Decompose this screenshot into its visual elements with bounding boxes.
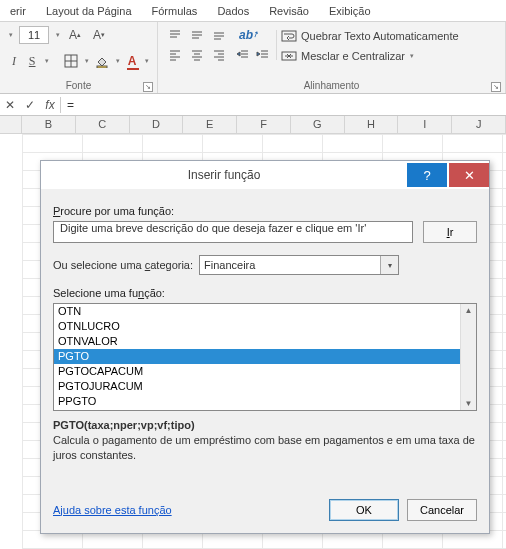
help-button[interactable]: ? xyxy=(407,163,447,187)
align-left-icon[interactable] xyxy=(166,46,184,64)
tab-item[interactable]: Dados xyxy=(207,0,259,22)
list-item[interactable]: OTN xyxy=(54,304,460,319)
merge-center-label: Mesclar e Centralizar xyxy=(301,50,405,62)
function-listbox[interactable]: OTNOTNLUCROOTNVALORPGTOPGTOCAPACUMPGTOJU… xyxy=(53,303,477,411)
search-label: Procure por uma função: xyxy=(53,205,477,217)
fill-color-dropdown[interactable]: ▾ xyxy=(116,57,120,65)
col-header[interactable]: G xyxy=(291,116,345,133)
tab-item[interactable]: Revisão xyxy=(259,0,319,22)
align-right-icon[interactable] xyxy=(210,46,228,64)
borders-icon[interactable] xyxy=(64,52,78,70)
wrap-text-button[interactable]: Quebrar Texto Automaticamente xyxy=(281,28,459,44)
align-top-icon[interactable] xyxy=(166,26,184,44)
column-headers: B C D E F G H I J xyxy=(0,116,506,134)
alignment-grid xyxy=(166,26,228,64)
font-color-icon[interactable]: A xyxy=(126,52,138,70)
tab-item[interactable]: Fórmulas xyxy=(142,0,208,22)
list-item[interactable]: PGTOCAPACUM xyxy=(54,364,460,379)
formula-cancel-icon[interactable]: ✕ xyxy=(0,98,20,112)
underline-dropdown[interactable]: ▾ xyxy=(45,57,49,65)
ribbon-tabs: erir Layout da Página Fórmulas Dados Rev… xyxy=(0,0,506,22)
col-header[interactable]: H xyxy=(345,116,399,133)
tab-item[interactable]: Layout da Página xyxy=(36,0,142,22)
wrap-text-label: Quebrar Texto Automaticamente xyxy=(301,30,459,42)
tab-item[interactable]: erir xyxy=(0,0,36,22)
chevron-down-icon[interactable]: ▾ xyxy=(380,256,398,274)
col-header[interactable]: F xyxy=(237,116,291,133)
font-color-dropdown[interactable]: ▾ xyxy=(145,57,149,65)
close-button[interactable]: ✕ xyxy=(449,163,489,187)
scroll-down-icon[interactable]: ▼ xyxy=(465,397,473,410)
scroll-up-icon[interactable]: ▲ xyxy=(465,304,473,317)
col-header[interactable]: D xyxy=(130,116,184,133)
merge-center-button[interactable]: Mesclar e Centralizar ▾ xyxy=(281,48,459,64)
group-label-font: Fonte ↘ xyxy=(8,80,149,91)
font-family-dropdown[interactable]: ▾ xyxy=(9,31,13,39)
increase-font-icon[interactable]: A▴ xyxy=(66,26,84,44)
select-function-label: Selecione uma função: xyxy=(53,287,477,299)
tab-item[interactable]: Exibição xyxy=(319,0,381,22)
insert-function-dialog: Inserir função ? ✕ Procure por uma funçã… xyxy=(40,160,490,534)
go-button[interactable]: Ir xyxy=(423,221,477,243)
help-link[interactable]: Ajuda sobre esta função xyxy=(53,504,172,516)
ok-button[interactable]: OK xyxy=(329,499,399,521)
merge-dropdown[interactable]: ▾ xyxy=(410,52,414,60)
underline-icon[interactable]: S xyxy=(26,52,38,70)
list-item[interactable]: PPGTO xyxy=(54,394,460,409)
col-header[interactable]: I xyxy=(398,116,452,133)
list-item[interactable]: OTNVALOR xyxy=(54,334,460,349)
fill-color-icon[interactable] xyxy=(95,52,109,70)
align-middle-icon[interactable] xyxy=(188,26,206,44)
formula-input[interactable]: = xyxy=(61,98,506,112)
svg-rect-3 xyxy=(97,66,107,68)
category-label: Ou selecione uma categoria: xyxy=(53,259,193,271)
font-size-input[interactable]: 11 xyxy=(19,26,49,44)
scrollbar[interactable]: ▲▼ xyxy=(460,304,476,410)
group-label-alignment: Alinhamento ↘ xyxy=(166,80,497,91)
list-item[interactable]: PGTOJURACUM xyxy=(54,379,460,394)
font-size-dropdown[interactable]: ▾ xyxy=(56,31,60,39)
increase-indent-icon[interactable] xyxy=(254,46,272,64)
borders-dropdown[interactable]: ▾ xyxy=(85,57,89,65)
align-bottom-icon[interactable] xyxy=(210,26,228,44)
category-select[interactable]: Financeira ▾ xyxy=(199,255,399,275)
group-font: ▾ 11 ▾ A▴ A▾ I S ▾ ▾ ▾ A ▾ Fonte xyxy=(0,22,158,93)
orientation-icon[interactable]: ab↗ xyxy=(240,26,258,44)
decrease-indent-icon[interactable] xyxy=(234,46,252,64)
italic-icon[interactable]: I xyxy=(8,52,20,70)
category-value: Financeira xyxy=(204,259,255,271)
align-center-icon[interactable] xyxy=(188,46,206,64)
formula-enter-icon[interactable]: ✓ xyxy=(20,98,40,112)
search-input[interactable]: Digite uma breve descrição do que deseja… xyxy=(53,221,413,243)
list-item[interactable]: OTNLUCRO xyxy=(54,319,460,334)
font-dialog-launcher-icon[interactable]: ↘ xyxy=(143,82,153,92)
function-description: Calcula o pagamento de um empréstimo com… xyxy=(53,433,477,463)
dialog-titlebar[interactable]: Inserir função ? ✕ xyxy=(41,161,489,189)
ribbon: ▾ 11 ▾ A▴ A▾ I S ▾ ▾ ▾ A ▾ Fonte xyxy=(0,22,506,94)
alignment-dialog-launcher-icon[interactable]: ↘ xyxy=(491,82,501,92)
dialog-title: Inserir função xyxy=(41,168,407,182)
col-header[interactable]: B xyxy=(22,116,76,133)
col-header[interactable]: C xyxy=(76,116,130,133)
formula-bar: ✕ ✓ fx = xyxy=(0,94,506,116)
col-header[interactable]: J xyxy=(452,116,506,133)
col-header[interactable]: E xyxy=(183,116,237,133)
decrease-font-icon[interactable]: A▾ xyxy=(90,26,108,44)
cancel-button[interactable]: Cancelar xyxy=(407,499,477,521)
list-item[interactable]: PGTO xyxy=(54,349,460,364)
function-signature: PGTO(taxa;nper;vp;vf;tipo) xyxy=(53,419,477,431)
group-alignment: ab↗ Quebrar Texto Automaticamente Mescla… xyxy=(158,22,506,93)
fx-icon[interactable]: fx xyxy=(40,98,60,112)
